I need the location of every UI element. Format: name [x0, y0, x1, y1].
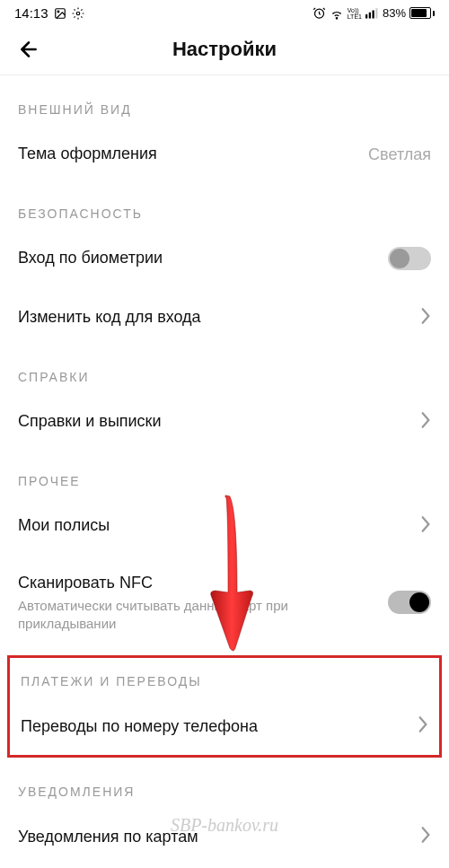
highlight-annotation: ПЛАТЕЖИ И ПЕРЕВОДЫ Переводы по номеру те…	[7, 655, 442, 758]
change-code-label: Изменить код для входа	[18, 307, 409, 328]
card-notifications-label: Уведомления по картам	[18, 827, 409, 847]
status-bar: 14:13 Vo))LTE1 83%	[0, 0, 449, 24]
chevron-right-icon	[420, 411, 431, 433]
signal-icon	[365, 7, 379, 19]
biometric-label: Вход по биометрии	[18, 248, 388, 268]
battery-percent: 83%	[383, 6, 406, 20]
section-appearance: ВНЕШНИЙ ВИД	[0, 75, 449, 129]
chevron-right-icon	[420, 515, 431, 537]
back-arrow-icon	[17, 38, 40, 61]
row-card-notifications[interactable]: Уведомления по картам	[0, 811, 449, 862]
status-left: 14:13	[14, 5, 84, 21]
row-nfc[interactable]: Сканировать NFC Автоматически считывать …	[0, 560, 449, 644]
row-transfer-by-phone[interactable]: Переводы по номеру телефона	[10, 701, 439, 751]
statements-label: Справки и выписки	[18, 411, 409, 432]
svg-rect-6	[369, 13, 371, 19]
biometric-toggle[interactable]	[388, 247, 431, 270]
theme-value: Светлая	[368, 145, 431, 164]
svg-point-1	[57, 11, 59, 13]
row-theme[interactable]: Тема оформления Светлая	[0, 129, 449, 180]
row-policies[interactable]: Мои полисы	[0, 501, 449, 551]
alarm-icon	[313, 6, 326, 20]
nfc-label: Сканировать NFC	[18, 573, 388, 593]
settings-small-icon	[72, 7, 84, 20]
transfer-by-phone-label: Переводы по номеру телефона	[21, 716, 407, 737]
theme-label: Тема оформления	[18, 144, 368, 164]
row-change-code[interactable]: Изменить код для входа	[0, 293, 449, 343]
row-statements[interactable]: Справки и выписки	[0, 397, 449, 447]
section-security: БЕЗОПАСНОСТЬ	[0, 180, 449, 233]
nfc-subtitle: Автоматически считывать данные карт при …	[18, 597, 388, 632]
svg-rect-7	[372, 11, 374, 19]
chevron-right-icon	[420, 826, 431, 847]
app-header: Настройки	[0, 24, 449, 75]
section-payments: ПЛАТЕЖИ И ПЕРЕВОДЫ	[10, 658, 439, 701]
section-references: СПРАВКИ	[0, 343, 449, 397]
svg-rect-8	[375, 8, 377, 18]
back-button[interactable]	[16, 37, 41, 62]
wifi-icon	[330, 6, 344, 21]
svg-point-4	[336, 17, 337, 18]
status-right: Vo))LTE1 83%	[313, 6, 435, 21]
battery-icon	[409, 7, 435, 19]
page-title: Настройки	[41, 38, 408, 61]
image-icon	[54, 7, 66, 20]
svg-rect-5	[365, 14, 367, 19]
svg-point-2	[76, 12, 80, 15]
status-time: 14:13	[14, 5, 48, 21]
network-type: Vo))LTE1	[348, 7, 362, 20]
policies-label: Мои полисы	[18, 515, 409, 536]
section-notifications: УВЕДОМЛЕНИЯ	[0, 758, 449, 811]
chevron-right-icon	[418, 715, 428, 737]
row-biometric[interactable]: Вход по биометрии	[0, 233, 449, 284]
section-other: ПРОЧЕЕ	[0, 447, 449, 501]
chevron-right-icon	[420, 307, 431, 329]
settings-content: ВНЕШНИЙ ВИД Тема оформления Светлая БЕЗО…	[0, 75, 449, 862]
nfc-toggle[interactable]	[388, 591, 431, 614]
